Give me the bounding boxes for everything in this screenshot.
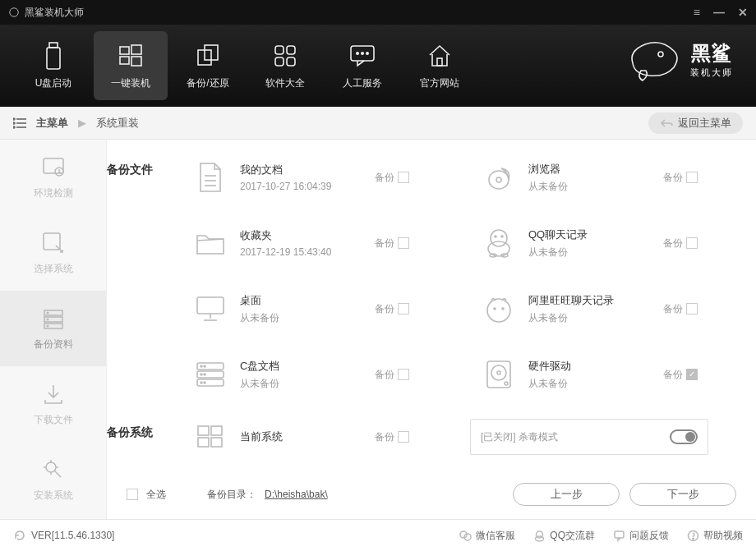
section-backup-files: 备份文件 xyxy=(107,163,153,177)
svg-point-72 xyxy=(536,536,544,541)
server-icon xyxy=(192,360,228,388)
backup-checkbox[interactable] xyxy=(398,431,409,443)
svg-rect-4 xyxy=(131,45,141,54)
back-to-main-button[interactable]: 返回主菜单 xyxy=(648,112,743,134)
backup-label: 备份 xyxy=(375,368,394,382)
step-select-system[interactable]: 选择系统 xyxy=(0,215,106,291)
svg-point-14 xyxy=(357,52,358,53)
install-icon xyxy=(41,457,66,482)
app-icon xyxy=(8,7,20,18)
next-label: 下一步 xyxy=(667,487,699,502)
backup-checkbox[interactable] xyxy=(686,303,698,315)
backup-label: 备份 xyxy=(375,171,394,185)
step-backup-data[interactable]: 备份资料 xyxy=(0,291,106,366)
nav-one-click-install[interactable]: 一键装机 xyxy=(94,31,168,100)
download-icon xyxy=(41,382,66,406)
svg-rect-6 xyxy=(131,57,141,66)
prev-label: 上一步 xyxy=(551,487,583,502)
svg-point-16 xyxy=(366,52,368,53)
item-sub: 从未备份 xyxy=(240,311,363,325)
antivirus-status: [已关闭] xyxy=(481,431,516,443)
svg-point-59 xyxy=(201,382,202,383)
svg-point-49 xyxy=(487,299,510,322)
backup-label: 备份 xyxy=(375,302,394,316)
svg-point-56 xyxy=(204,365,205,367)
nav-software[interactable]: 软件大全 xyxy=(248,31,322,100)
item-browser: 浏览器从未备份 备份 xyxy=(481,154,736,200)
backup-dir-value[interactable]: D:\heisha\bak\ xyxy=(265,489,328,500)
svg-rect-5 xyxy=(120,57,129,64)
item-title: 桌面 xyxy=(240,293,363,308)
svg-point-24 xyxy=(13,126,15,128)
window-title-group: 黑鲨装机大师 xyxy=(8,6,84,20)
svg-point-51 xyxy=(502,308,504,310)
status-wechat-support[interactable]: 微信客服 xyxy=(459,529,515,543)
breadcrumb-current: 系统重装 xyxy=(96,116,139,131)
svg-point-62 xyxy=(491,365,506,380)
menu-icon[interactable]: ≡ xyxy=(694,7,700,18)
bottom-controls: 全选 备份目录：D:\heisha\bak\ 上一步 下一步 xyxy=(127,483,736,506)
item-sub: 从未备份 xyxy=(528,180,652,194)
item-title: 硬件驱动 xyxy=(528,359,652,374)
backup-checkbox[interactable] xyxy=(686,172,698,183)
logo-line2: 装机大师 xyxy=(690,67,733,79)
breadcrumb-root[interactable]: 主菜单 xyxy=(36,116,68,131)
nav-usb-boot[interactable]: U盘启动 xyxy=(16,31,90,100)
chat-icon xyxy=(348,42,376,70)
backup-label: 备份 xyxy=(663,368,683,382)
grid-icon xyxy=(271,42,299,70)
nav-label: 一键装机 xyxy=(111,76,150,90)
titlebar: 黑鲨装机大师 ≡ — ✕ xyxy=(0,0,756,25)
prev-button[interactable]: 上一步 xyxy=(513,483,620,506)
step-download[interactable]: 下载文件 xyxy=(0,366,106,442)
antivirus-toggle-box: [已关闭] 杀毒模式 xyxy=(470,419,708,455)
item-sub: 从未备份 xyxy=(528,246,652,259)
svg-point-64 xyxy=(505,382,508,385)
svg-rect-1 xyxy=(49,43,58,48)
brand-logo: 黑鲨 装机大师 xyxy=(625,34,733,84)
step-label: 下载文件 xyxy=(34,413,73,427)
svg-point-63 xyxy=(497,371,500,374)
step-label: 环境检测 xyxy=(34,186,73,200)
svg-rect-73 xyxy=(615,531,624,538)
antivirus-toggle[interactable] xyxy=(670,429,698,444)
backup-checkbox[interactable] xyxy=(398,369,409,380)
nav-backup-restore[interactable]: 备份/还原 xyxy=(171,31,245,100)
backup-checkbox[interactable] xyxy=(398,172,409,183)
status-label: 微信客服 xyxy=(476,529,515,543)
status-bar: VER[11.5.46.1330] 微信客服 QQ交流群 问题反馈 帮助视频 xyxy=(0,519,756,551)
svg-point-44 xyxy=(495,236,496,237)
antivirus-label: 杀毒模式 xyxy=(519,431,558,443)
list-icon xyxy=(13,117,26,129)
next-button[interactable]: 下一步 xyxy=(629,483,736,506)
nav-support[interactable]: 人工服务 xyxy=(325,31,399,100)
backup-label: 备份 xyxy=(663,302,683,316)
status-feedback[interactable]: 问题反馈 xyxy=(613,529,669,543)
minimize-icon[interactable]: — xyxy=(713,7,725,18)
close-icon[interactable]: ✕ xyxy=(738,7,748,18)
nav-website[interactable]: 官方网站 xyxy=(403,31,477,100)
aliwangwang-icon xyxy=(481,293,517,324)
svg-point-45 xyxy=(501,236,503,237)
status-qq-group[interactable]: QQ交流群 xyxy=(533,529,595,543)
svg-point-55 xyxy=(201,365,202,367)
backup-checkbox[interactable] xyxy=(398,303,409,315)
backup-checkbox[interactable] xyxy=(398,237,409,249)
backup-checkbox[interactable] xyxy=(686,369,698,380)
backup-items-grid: 我的文档2017-10-27 16:04:39 备份 浏览器从未备份 备份 收藏… xyxy=(192,154,736,397)
refresh-icon[interactable] xyxy=(13,529,26,542)
folder-icon xyxy=(192,229,228,257)
status-help-video[interactable]: 帮助视频 xyxy=(687,529,743,543)
nav-label: 备份/还原 xyxy=(187,76,228,90)
svg-point-32 xyxy=(47,319,48,320)
back-label: 返回主菜单 xyxy=(678,116,731,131)
backup-checkbox[interactable] xyxy=(686,237,698,249)
step-install[interactable]: 安装系统 xyxy=(0,442,106,517)
home-icon xyxy=(426,42,454,70)
select-all-checkbox[interactable] xyxy=(127,489,138,500)
status-label: QQ交流群 xyxy=(550,529,595,543)
step-env-check[interactable]: 环境检测 xyxy=(0,140,106,215)
item-hardware-drivers: 硬件驱动从未备份 备份 xyxy=(481,351,736,397)
status-label: 帮助视频 xyxy=(703,529,743,543)
item-sub: 从未备份 xyxy=(528,311,652,325)
